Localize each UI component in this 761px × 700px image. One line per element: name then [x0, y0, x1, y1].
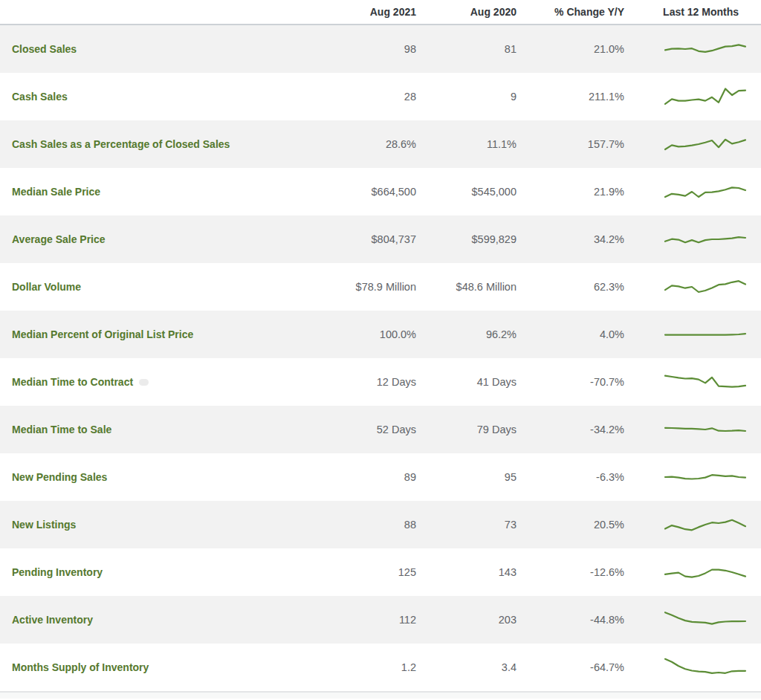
metric-label: Cash Sales as a Percentage of Closed Sal…: [12, 138, 230, 150]
sparkline-chart: [664, 85, 747, 108]
value-aug-2021: 12 Days: [320, 376, 416, 388]
metric-label: New Pending Sales: [12, 471, 107, 483]
value-aug-2021: 52 Days: [320, 424, 416, 435]
metric-label: Months Supply of Inventory: [12, 661, 149, 673]
value-change-yy: -44.8%: [516, 614, 624, 626]
metric-label: Median Sale Price: [12, 186, 100, 198]
table-row: Median Time to Contract 12 Days 41 Days …: [0, 358, 761, 406]
table-row: Median Percent of Original List Price 10…: [0, 311, 761, 358]
sparkline-chart: [664, 655, 747, 679]
metric-label: Active Inventory: [12, 614, 93, 626]
metric-label-link[interactable]: Cash Sales: [0, 91, 320, 103]
value-change-yy: -34.2%: [516, 424, 624, 435]
value-aug-2021: $78.9 Million: [320, 281, 416, 293]
value-aug-2020: 11.1%: [416, 138, 516, 150]
sparkline-cell: [624, 370, 761, 394]
value-change-yy: -70.7%: [516, 376, 624, 388]
market-stats-table: Aug 2021 Aug 2020 % Change Y/Y Last 12 M…: [0, 0, 761, 699]
header-aug-2020: Aug 2020: [416, 6, 516, 18]
value-aug-2021: 89: [320, 471, 416, 483]
sparkline-cell: [624, 560, 761, 584]
sparkline-chart: [664, 275, 747, 299]
bottom-divider: [0, 691, 761, 699]
table-header-row: Aug 2021 Aug 2020 % Change Y/Y Last 12 M…: [0, 0, 761, 25]
sparkline-cell: [624, 513, 761, 537]
value-aug-2021: 1.2: [320, 661, 416, 673]
sparkline-chart: [664, 132, 747, 156]
table-body: Closed Sales 98 81 21.0% Cash Sales 28 9…: [0, 25, 761, 691]
value-aug-2021: 112: [320, 614, 416, 626]
metric-label-link[interactable]: New Pending Sales: [0, 471, 320, 483]
value-aug-2020: 79 Days: [416, 424, 516, 435]
sparkline-cell: [624, 465, 761, 489]
sparkline-chart: [664, 608, 747, 632]
value-aug-2021: 88: [320, 519, 416, 531]
sparkline-chart: [664, 513, 747, 537]
value-aug-2020: 9: [416, 91, 516, 103]
metric-label-link[interactable]: Dollar Volume: [0, 281, 320, 293]
value-aug-2021: 98: [320, 43, 416, 55]
value-aug-2020: 81: [416, 43, 516, 55]
value-aug-2020: 203: [416, 614, 516, 626]
metric-label-link[interactable]: Cash Sales as a Percentage of Closed Sal…: [0, 138, 320, 150]
sparkline-cell: [624, 608, 761, 632]
metric-label: New Listings: [12, 519, 76, 531]
value-aug-2020: 143: [416, 566, 516, 578]
sparkline-cell: [624, 180, 761, 204]
table-row: Average Sale Price $804,737 $599,829 34.…: [0, 215, 761, 263]
sparkline-cell: [624, 323, 761, 346]
value-aug-2021: 28: [320, 91, 416, 103]
value-change-yy: -6.3%: [516, 471, 624, 483]
metric-label-link[interactable]: Median Percent of Original List Price: [0, 328, 320, 340]
table-row: Median Time to Sale 52 Days 79 Days -34.…: [0, 406, 761, 453]
sparkline-chart: [664, 37, 747, 61]
value-aug-2021: 125: [320, 566, 416, 578]
metric-label-link[interactable]: Median Time to Contract: [0, 376, 320, 388]
sparkline-chart: [664, 370, 747, 394]
metric-label-link[interactable]: Active Inventory: [0, 614, 320, 626]
value-change-yy: -64.7%: [516, 661, 624, 673]
value-change-yy: 157.7%: [516, 138, 624, 150]
value-aug-2020: 95: [416, 471, 516, 483]
sparkline-cell: [624, 85, 761, 108]
sparkline-chart: [664, 560, 747, 584]
table-row: Dollar Volume $78.9 Million $48.6 Millio…: [0, 263, 761, 311]
metric-label-link[interactable]: Average Sale Price: [0, 233, 320, 245]
metric-label-link[interactable]: Closed Sales: [0, 43, 320, 55]
sparkline-cell: [624, 37, 761, 61]
value-aug-2020: 41 Days: [416, 376, 516, 388]
sparkline-cell: [624, 275, 761, 299]
table-row: Active Inventory 112 203 -44.8%: [0, 596, 761, 644]
value-aug-2020: $545,000: [416, 186, 516, 198]
value-change-yy: 4.0%: [516, 328, 624, 340]
metric-label-link[interactable]: New Listings: [0, 519, 320, 531]
metric-label: Cash Sales: [12, 91, 68, 103]
table-row: Median Sale Price $664,500 $545,000 21.9…: [0, 168, 761, 215]
metric-label-link[interactable]: Median Time to Sale: [0, 424, 320, 435]
sparkline-chart: [664, 418, 747, 441]
sparkline-cell: [624, 418, 761, 441]
metric-label-link[interactable]: Median Sale Price: [0, 186, 320, 198]
table-row: Cash Sales as a Percentage of Closed Sal…: [0, 120, 761, 168]
value-aug-2021: $664,500: [320, 186, 416, 198]
value-aug-2020: 73: [416, 519, 516, 531]
value-aug-2020: $48.6 Million: [416, 281, 516, 293]
info-icon: [139, 379, 149, 386]
value-change-yy: -12.6%: [516, 566, 624, 578]
metric-label-link[interactable]: Pending Inventory: [0, 566, 320, 578]
value-change-yy: 20.5%: [516, 519, 624, 531]
value-change-yy: 211.1%: [516, 91, 624, 103]
table-row: Months Supply of Inventory 1.2 3.4 -64.7…: [0, 644, 761, 691]
value-aug-2020: $599,829: [416, 233, 516, 245]
sparkline-cell: [624, 655, 761, 679]
metric-label-link[interactable]: Months Supply of Inventory: [0, 661, 320, 673]
metric-label: Dollar Volume: [12, 281, 81, 293]
sparkline-cell: [624, 132, 761, 156]
table-row: Cash Sales 28 9 211.1%: [0, 73, 761, 120]
sparkline-chart: [664, 465, 747, 489]
value-aug-2020: 3.4: [416, 661, 516, 673]
table-row: New Pending Sales 89 95 -6.3%: [0, 453, 761, 501]
sparkline-cell: [624, 227, 761, 251]
value-aug-2020: 96.2%: [416, 328, 516, 340]
metric-label: Pending Inventory: [12, 566, 103, 578]
